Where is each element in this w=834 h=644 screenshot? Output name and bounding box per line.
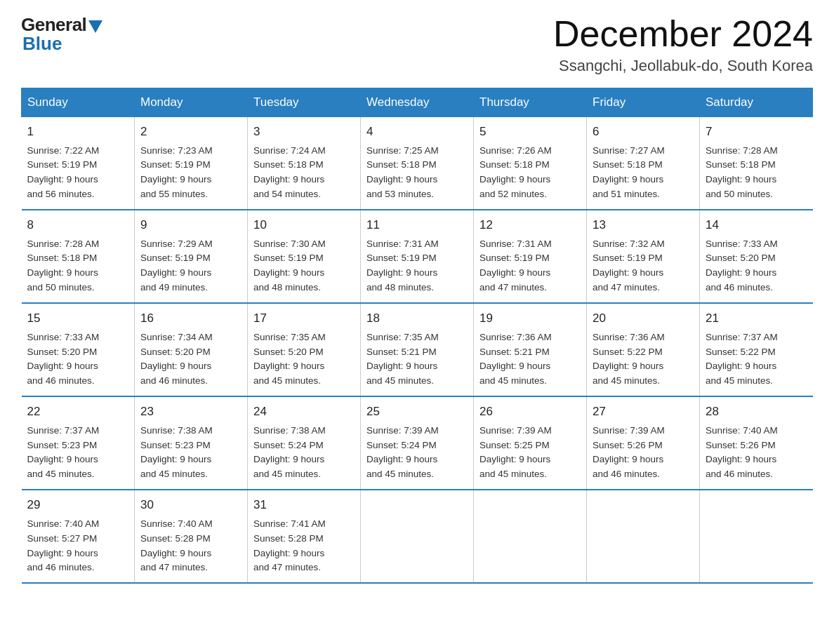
week-row-5: 29Sunrise: 7:40 AMSunset: 5:27 PMDayligh… — [22, 490, 813, 583]
day-number: 9 — [140, 216, 241, 234]
day-number: 26 — [479, 403, 581, 421]
calendar-cell — [474, 490, 587, 583]
day-number: 12 — [479, 216, 581, 234]
day-number: 7 — [706, 123, 807, 141]
calendar-cell: 3Sunrise: 7:24 AMSunset: 5:18 PMDaylight… — [248, 117, 361, 210]
day-info: Sunrise: 7:36 AMSunset: 5:22 PMDaylight:… — [593, 332, 665, 387]
day-number: 1 — [27, 123, 129, 141]
calendar-cell: 26Sunrise: 7:39 AMSunset: 5:25 PMDayligh… — [474, 396, 587, 490]
day-info: Sunrise: 7:33 AMSunset: 5:20 PMDaylight:… — [27, 332, 100, 387]
week-row-3: 15Sunrise: 7:33 AMSunset: 5:20 PMDayligh… — [22, 303, 813, 396]
logo-triangle-icon — [88, 20, 102, 33]
day-number: 2 — [140, 123, 241, 141]
day-info: Sunrise: 7:38 AMSunset: 5:23 PMDaylight:… — [140, 425, 213, 480]
day-info: Sunrise: 7:40 AMSunset: 5:26 PMDaylight:… — [706, 425, 778, 480]
calendar-cell — [587, 490, 700, 583]
week-row-2: 8Sunrise: 7:28 AMSunset: 5:18 PMDaylight… — [22, 210, 813, 303]
calendar-cell: 24Sunrise: 7:38 AMSunset: 5:24 PMDayligh… — [248, 396, 361, 490]
day-number: 14 — [706, 216, 807, 234]
col-header-wednesday: Wednesday — [361, 88, 474, 117]
week-row-1: 1Sunrise: 7:22 AMSunset: 5:19 PMDaylight… — [22, 117, 813, 210]
calendar-cell: 23Sunrise: 7:38 AMSunset: 5:23 PMDayligh… — [135, 396, 248, 490]
col-header-monday: Monday — [135, 88, 248, 117]
calendar-cell: 12Sunrise: 7:31 AMSunset: 5:19 PMDayligh… — [474, 210, 587, 303]
day-number: 23 — [140, 403, 241, 421]
calendar-cell: 20Sunrise: 7:36 AMSunset: 5:22 PMDayligh… — [587, 303, 700, 396]
day-number: 13 — [593, 216, 694, 234]
day-info: Sunrise: 7:26 AMSunset: 5:18 PMDaylight:… — [479, 145, 552, 200]
day-info: Sunrise: 7:34 AMSunset: 5:20 PMDaylight:… — [140, 332, 213, 387]
day-info: Sunrise: 7:28 AMSunset: 5:18 PMDaylight:… — [27, 239, 100, 293]
col-header-friday: Friday — [587, 88, 700, 117]
calendar-table: SundayMondayTuesdayWednesdayThursdayFrid… — [21, 88, 813, 584]
day-info: Sunrise: 7:28 AMSunset: 5:18 PMDaylight:… — [706, 145, 778, 200]
day-number: 30 — [140, 496, 241, 514]
day-number: 31 — [253, 496, 355, 514]
week-row-4: 22Sunrise: 7:37 AMSunset: 5:23 PMDayligh… — [22, 396, 813, 490]
page-header: General Blue December 2024 Ssangchi, Jeo… — [21, 14, 813, 75]
day-number: 28 — [706, 403, 807, 421]
calendar-cell: 5Sunrise: 7:26 AMSunset: 5:18 PMDaylight… — [474, 117, 587, 210]
day-info: Sunrise: 7:40 AMSunset: 5:27 PMDaylight:… — [27, 518, 100, 573]
day-info: Sunrise: 7:31 AMSunset: 5:19 PMDaylight:… — [366, 239, 439, 293]
day-number: 8 — [27, 216, 129, 234]
calendar-cell: 30Sunrise: 7:40 AMSunset: 5:28 PMDayligh… — [135, 490, 248, 583]
day-info: Sunrise: 7:35 AMSunset: 5:21 PMDaylight:… — [366, 332, 439, 387]
calendar-cell: 19Sunrise: 7:36 AMSunset: 5:21 PMDayligh… — [474, 303, 587, 396]
day-info: Sunrise: 7:38 AMSunset: 5:24 PMDaylight:… — [253, 425, 326, 480]
calendar-cell: 29Sunrise: 7:40 AMSunset: 5:27 PMDayligh… — [22, 490, 135, 583]
calendar-cell: 18Sunrise: 7:35 AMSunset: 5:21 PMDayligh… — [361, 303, 474, 396]
day-number: 4 — [366, 123, 468, 141]
day-info: Sunrise: 7:39 AMSunset: 5:24 PMDaylight:… — [366, 425, 439, 480]
calendar-cell: 1Sunrise: 7:22 AMSunset: 5:19 PMDaylight… — [22, 117, 135, 210]
day-number: 6 — [593, 123, 694, 141]
calendar-cell: 22Sunrise: 7:37 AMSunset: 5:23 PMDayligh… — [22, 396, 135, 490]
calendar-cell: 31Sunrise: 7:41 AMSunset: 5:28 PMDayligh… — [248, 490, 361, 583]
calendar-cell: 2Sunrise: 7:23 AMSunset: 5:19 PMDaylight… — [135, 117, 248, 210]
day-number: 21 — [706, 309, 807, 328]
day-info: Sunrise: 7:37 AMSunset: 5:23 PMDaylight:… — [27, 425, 100, 480]
calendar-cell: 27Sunrise: 7:39 AMSunset: 5:26 PMDayligh… — [587, 396, 700, 490]
day-info: Sunrise: 7:27 AMSunset: 5:18 PMDaylight:… — [593, 145, 665, 200]
day-number: 24 — [253, 403, 355, 421]
day-info: Sunrise: 7:31 AMSunset: 5:19 PMDaylight:… — [479, 239, 552, 293]
location-subtitle: Ssangchi, Jeollabuk-do, South Korea — [553, 57, 813, 75]
day-info: Sunrise: 7:24 AMSunset: 5:18 PMDaylight:… — [253, 145, 326, 200]
day-number: 22 — [27, 403, 129, 421]
calendar-cell: 7Sunrise: 7:28 AMSunset: 5:18 PMDaylight… — [700, 117, 813, 210]
day-info: Sunrise: 7:25 AMSunset: 5:18 PMDaylight:… — [366, 145, 439, 200]
day-info: Sunrise: 7:30 AMSunset: 5:19 PMDaylight:… — [253, 239, 326, 293]
day-number: 25 — [366, 403, 468, 421]
day-number: 29 — [27, 496, 129, 514]
month-year-title: December 2024 — [553, 14, 813, 54]
calendar-cell: 9Sunrise: 7:29 AMSunset: 5:19 PMDaylight… — [135, 210, 248, 303]
day-number: 17 — [253, 309, 355, 328]
calendar-cell: 13Sunrise: 7:32 AMSunset: 5:19 PMDayligh… — [587, 210, 700, 303]
calendar-cell: 8Sunrise: 7:28 AMSunset: 5:18 PMDaylight… — [22, 210, 135, 303]
calendar-cell: 17Sunrise: 7:35 AMSunset: 5:20 PMDayligh… — [248, 303, 361, 396]
day-number: 5 — [479, 123, 581, 141]
col-header-tuesday: Tuesday — [248, 88, 361, 117]
day-number: 3 — [253, 123, 355, 141]
calendar-cell: 21Sunrise: 7:37 AMSunset: 5:22 PMDayligh… — [700, 303, 813, 396]
day-info: Sunrise: 7:41 AMSunset: 5:28 PMDaylight:… — [253, 518, 326, 573]
day-number: 15 — [27, 309, 129, 328]
col-header-thursday: Thursday — [474, 88, 587, 117]
calendar-cell: 6Sunrise: 7:27 AMSunset: 5:18 PMDaylight… — [587, 117, 700, 210]
calendar-cell: 15Sunrise: 7:33 AMSunset: 5:20 PMDayligh… — [22, 303, 135, 396]
day-number: 20 — [593, 309, 694, 328]
col-header-saturday: Saturday — [700, 88, 813, 117]
day-number: 19 — [479, 309, 581, 328]
calendar-header-row: SundayMondayTuesdayWednesdayThursdayFrid… — [22, 88, 813, 117]
calendar-cell — [361, 490, 474, 583]
logo-blue-text: Blue — [22, 33, 62, 55]
day-info: Sunrise: 7:32 AMSunset: 5:19 PMDaylight:… — [593, 239, 665, 293]
day-info: Sunrise: 7:40 AMSunset: 5:28 PMDaylight:… — [140, 518, 213, 573]
calendar-cell: 10Sunrise: 7:30 AMSunset: 5:19 PMDayligh… — [248, 210, 361, 303]
day-info: Sunrise: 7:39 AMSunset: 5:26 PMDaylight:… — [593, 425, 665, 480]
calendar-cell: 11Sunrise: 7:31 AMSunset: 5:19 PMDayligh… — [361, 210, 474, 303]
calendar-cell: 14Sunrise: 7:33 AMSunset: 5:20 PMDayligh… — [700, 210, 813, 303]
day-info: Sunrise: 7:35 AMSunset: 5:20 PMDaylight:… — [253, 332, 326, 387]
day-number: 11 — [366, 216, 468, 234]
calendar-cell: 4Sunrise: 7:25 AMSunset: 5:18 PMDaylight… — [361, 117, 474, 210]
